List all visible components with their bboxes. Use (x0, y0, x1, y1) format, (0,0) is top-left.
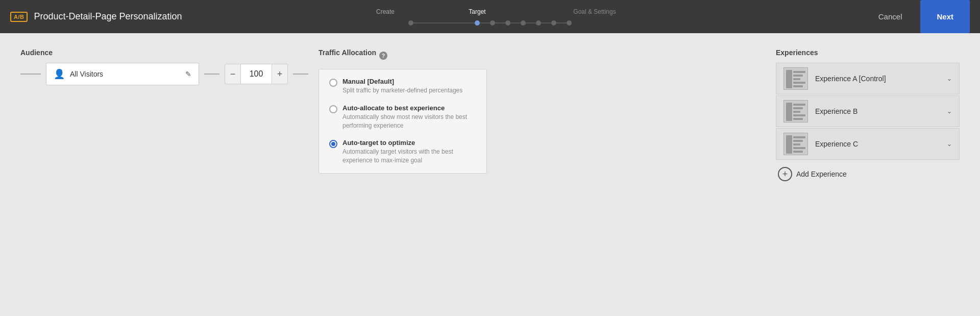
thumb-bar-c4 (793, 147, 805, 149)
thumb-content-c (793, 135, 805, 154)
step-dot-8 (567, 20, 572, 26)
radio-circle-manual (329, 79, 337, 87)
traffic-label-row: Traffic Allocation ? (318, 48, 487, 63)
radio-manual[interactable]: Manual [Default] Split traffic by market… (329, 78, 476, 95)
thumb-bar-b2 (793, 107, 803, 109)
radio-desc-manual: Split traffic by marketer-defined percen… (342, 86, 462, 95)
add-experience-button[interactable]: + Add Experience (776, 167, 960, 181)
traffic-label: Traffic Allocation (318, 48, 376, 57)
thumb-bar-c1 (793, 136, 805, 138)
top-bar-actions: Cancel Next (870, 0, 970, 33)
radio-text-auto-target: Auto-target to optimize Automatically ta… (342, 139, 476, 165)
step-dot-3 (490, 20, 495, 26)
user-icon: 👤 (54, 68, 65, 80)
stepper: Create Target Goal & Settings (360, 8, 620, 26)
add-icon: + (778, 167, 792, 181)
audience-name: All Visitors (70, 70, 180, 78)
thumb-row-b (786, 103, 805, 121)
step-dot-2 (475, 20, 480, 26)
chevron-down-icon-a: ⌄ (947, 75, 952, 82)
chevron-down-icon-c: ⌄ (947, 140, 952, 148)
experiences-label: Experiences (776, 48, 960, 57)
cancel-button[interactable]: Cancel (870, 8, 911, 25)
step-label-goal: Goal & Settings (569, 8, 620, 15)
step-line-2f (556, 22, 567, 23)
thumb-content-a (793, 70, 805, 88)
radio-circle-auto-target (329, 140, 337, 148)
experience-thumb-c (783, 133, 808, 155)
thumb-sidebar-b (786, 103, 792, 121)
thumb-sidebar-a (786, 70, 792, 88)
step-dot-5 (521, 20, 526, 26)
experience-name-c: Experience C (815, 140, 940, 148)
step-line-2c (510, 22, 521, 23)
step-dot-7 (551, 20, 556, 26)
thumb-content-b (793, 103, 805, 121)
step-line-2b (495, 22, 505, 23)
info-icon: ? (379, 52, 387, 60)
thumb-row-c (786, 135, 805, 154)
left-connector-line (20, 74, 41, 75)
thumb-sidebar-c (786, 135, 792, 154)
experience-item-b[interactable]: Experience B ⌄ (776, 95, 960, 127)
stepper-dots (408, 20, 572, 26)
traffic-stepper: − + (225, 64, 288, 84)
radio-title-auto-target: Auto-target to optimize (342, 139, 476, 147)
thumb-bar-a1 (793, 71, 805, 73)
experience-thumb-a (783, 67, 808, 90)
right-connector-line (293, 74, 308, 75)
experience-item-a[interactable]: Experience A [Control] ⌄ (776, 63, 960, 94)
traffic-input[interactable] (241, 64, 272, 84)
thumb-bar-b3 (793, 111, 800, 113)
step-label-create: Create (360, 8, 411, 15)
thumb-bar-c5 (793, 151, 803, 153)
experience-name-b: Experience B (815, 107, 940, 115)
audience-row: 👤 All Visitors ✎ − + (20, 63, 308, 85)
step-line-2d (526, 22, 536, 23)
experience-item-c[interactable]: Experience C ⌄ (776, 128, 960, 160)
experiences-section: Experiences Experie (776, 48, 960, 181)
plus-button[interactable]: + (272, 64, 288, 84)
radio-title-auto-allocate: Auto-allocate to best experience (342, 104, 476, 112)
audience-section: Audience 👤 All Visitors ✎ − + (20, 48, 308, 85)
audience-label: Audience (20, 48, 308, 57)
thumb-bar-b5 (793, 118, 803, 120)
audience-box: 👤 All Visitors ✎ (46, 63, 199, 85)
mid-connector-line (204, 74, 219, 75)
thumb-bar-b4 (793, 114, 805, 116)
step-line-2e (541, 22, 551, 23)
minus-button[interactable]: − (225, 64, 241, 84)
thumb-bar-a4 (793, 82, 805, 84)
step-dot-6 (536, 20, 541, 26)
traffic-box: Manual [Default] Split traffic by market… (318, 69, 487, 174)
step-dot-1 (408, 20, 413, 26)
thumb-bar-a5 (793, 85, 803, 87)
traffic-section: Traffic Allocation ? Manual [Default] Sp… (318, 48, 487, 174)
step-line-1 (413, 22, 475, 23)
page-title: Product-Detail-Page Personalization (34, 11, 182, 22)
step-label-target: Target (452, 8, 503, 15)
chevron-down-icon-b: ⌄ (947, 108, 952, 115)
next-button[interactable]: Next (920, 0, 970, 33)
top-bar: A/B Product-Detail-Page Personalization … (0, 0, 980, 33)
thumb-bar-a2 (793, 75, 803, 77)
radio-auto-allocate[interactable]: Auto-allocate to best experience Automat… (329, 104, 476, 130)
experience-list: Experience A [Control] ⌄ (776, 63, 960, 160)
thumb-bar-a3 (793, 78, 800, 80)
radio-text-manual: Manual [Default] Split traffic by market… (342, 78, 462, 95)
step-dot-4 (505, 20, 510, 26)
radio-text-auto-allocate: Auto-allocate to best experience Automat… (342, 104, 476, 130)
thumb-row-a (786, 70, 805, 88)
radio-desc-auto-target: Automatically target visitors with the b… (342, 148, 476, 165)
radio-auto-target[interactable]: Auto-target to optimize Automatically ta… (329, 139, 476, 165)
experience-thumb-b (783, 100, 808, 123)
thumb-bar-c3 (793, 143, 800, 145)
add-experience-label: Add Experience (796, 170, 847, 178)
edit-icon[interactable]: ✎ (185, 70, 191, 78)
step-line-2a (480, 22, 490, 23)
radio-desc-auto-allocate: Automatically show most new visitors the… (342, 113, 476, 130)
thumb-bar-b1 (793, 104, 805, 106)
radio-circle-auto-allocate (329, 105, 337, 113)
experience-name-a: Experience A [Control] (815, 75, 940, 83)
main-content: Audience 👤 All Visitors ✎ − + Traffic Al… (0, 33, 980, 189)
